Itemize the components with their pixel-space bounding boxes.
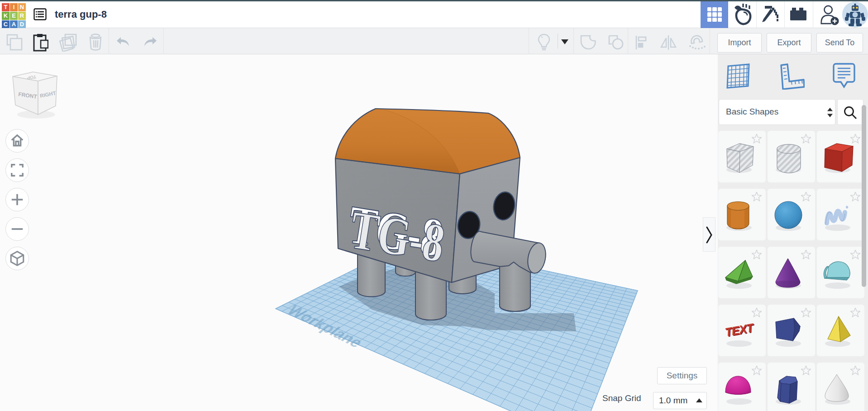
- svg-text:TEXT: TEXT: [725, 320, 754, 339]
